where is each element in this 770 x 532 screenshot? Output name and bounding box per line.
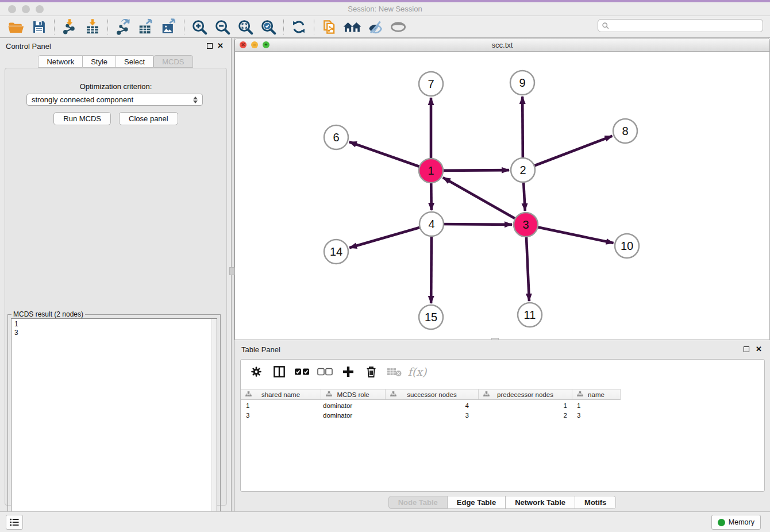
- network-window-titlebar[interactable]: ✕ − + scc.txt: [235, 38, 769, 52]
- tab-style[interactable]: Style: [83, 55, 116, 68]
- cell[interactable]: dominator: [321, 401, 386, 410]
- run-mcds-button[interactable]: Run MCDS: [53, 112, 111, 125]
- close-panel-button[interactable]: Close panel: [119, 112, 178, 125]
- float-panel-icon[interactable]: [207, 43, 213, 49]
- show-graphics-details-icon[interactable]: [388, 18, 408, 36]
- app-titlebar: Session: New Session: [0, 2, 770, 16]
- cell[interactable]: 3: [572, 411, 621, 420]
- search-box[interactable]: [598, 19, 763, 32]
- mcds-result-box: MCDS result (2 nodes) 1 3: [7, 314, 221, 532]
- close-table-panel-icon[interactable]: ✕: [756, 345, 762, 353]
- edge-2-8[interactable]: [523, 136, 613, 170]
- zoom-fit-icon[interactable]: [236, 18, 255, 36]
- mcds-result-text[interactable]: 1 3: [11, 318, 217, 529]
- svg-text:6: 6: [333, 131, 339, 144]
- hierarchy-icon: [325, 391, 333, 398]
- edge-1-6[interactable]: [349, 142, 431, 171]
- cell[interactable]: 3: [241, 411, 321, 420]
- import-network-icon[interactable]: [60, 18, 79, 36]
- list-icon: [9, 518, 20, 527]
- delete-table-icon[interactable]: [386, 363, 403, 380]
- svg-text:9: 9: [519, 76, 525, 89]
- table-row[interactable]: 3dominator323: [241, 411, 621, 420]
- import-table-icon[interactable]: [83, 18, 102, 36]
- cell[interactable]: 1: [241, 401, 321, 410]
- zoom-selected-icon[interactable]: [259, 18, 278, 36]
- float-table-panel-icon[interactable]: [744, 346, 749, 352]
- home-icon[interactable]: [342, 18, 362, 36]
- node-2[interactable]: 2: [511, 158, 535, 182]
- node-3[interactable]: 3: [514, 213, 538, 237]
- table-header-row[interactable]: shared nameMCDS rolesuccessor nodesprede…: [241, 389, 621, 400]
- tab-select[interactable]: Select: [116, 55, 153, 68]
- export-network-icon[interactable]: [113, 18, 133, 36]
- node-8[interactable]: 8: [613, 119, 637, 143]
- tab-edge-table[interactable]: Edge Table: [448, 496, 506, 509]
- add-row-icon[interactable]: [340, 363, 357, 380]
- open-session-icon[interactable]: [6, 18, 26, 36]
- cell[interactable]: 2: [479, 411, 572, 420]
- table-panel: Table Panel ✕ f(x): [234, 340, 770, 511]
- search-icon: [602, 22, 610, 30]
- column-header-name[interactable]: name: [572, 390, 621, 399]
- node-11[interactable]: 11: [518, 303, 542, 327]
- tab-network-table[interactable]: Network Table: [506, 496, 575, 509]
- svg-text:14: 14: [330, 245, 342, 258]
- hide-graphics-details-icon[interactable]: [365, 18, 385, 36]
- memory-button[interactable]: Memory: [711, 515, 761, 530]
- toolbar-separator: [184, 20, 184, 34]
- column-header-MCDS-role[interactable]: MCDS role: [321, 390, 386, 399]
- optimization-criterion-select[interactable]: strongly connected component: [26, 94, 203, 106]
- zoom-out-icon[interactable]: [213, 18, 232, 36]
- cell[interactable]: 3: [386, 411, 479, 420]
- select-all-checkboxes-icon[interactable]: [294, 363, 311, 380]
- node-1[interactable]: 1: [419, 159, 443, 183]
- tab-mcds[interactable]: MCDS: [153, 55, 192, 68]
- show-column-icon[interactable]: [271, 363, 288, 380]
- column-label: shared name: [261, 391, 300, 398]
- task-history-button[interactable]: [6, 515, 23, 530]
- node-15[interactable]: 15: [419, 305, 443, 329]
- export-image-icon[interactable]: [159, 18, 179, 36]
- memory-label: Memory: [729, 518, 754, 526]
- control-panel: Control Panel ✕ NetworkStyleSelectMCDS O…: [0, 38, 232, 511]
- network-canvas[interactable]: 7968124314101511: [235, 52, 769, 340]
- hierarchy-icon: [483, 391, 490, 398]
- export-table-icon[interactable]: [136, 18, 156, 36]
- control-panel-tabs: NetworkStyleSelectMCDS: [0, 55, 231, 68]
- node-7[interactable]: 7: [419, 72, 443, 96]
- edge-3-10[interactable]: [526, 225, 614, 243]
- save-session-icon[interactable]: [29, 18, 49, 36]
- hierarchy-icon: [576, 391, 584, 398]
- search-input[interactable]: [610, 20, 763, 31]
- clone-network-icon[interactable]: [319, 18, 339, 36]
- close-panel-icon[interactable]: ✕: [217, 41, 224, 50]
- unselect-all-checkboxes-icon[interactable]: [317, 363, 334, 380]
- tab-node-table[interactable]: Node Table: [388, 496, 448, 509]
- status-bar: Memory: [0, 511, 770, 532]
- node-10[interactable]: 10: [615, 234, 639, 258]
- cell[interactable]: 1: [479, 401, 572, 410]
- node-4[interactable]: 4: [419, 212, 444, 236]
- column-header-successor-nodes[interactable]: successor nodes: [386, 390, 479, 399]
- tab-network[interactable]: Network: [38, 55, 83, 68]
- tab-motifs[interactable]: Motifs: [575, 496, 616, 509]
- settings-gear-icon[interactable]: [248, 363, 265, 380]
- node-6[interactable]: 6: [324, 125, 348, 149]
- table-row[interactable]: 1dominator411: [241, 401, 621, 410]
- edge-4-14[interactable]: [349, 224, 432, 248]
- column-header-predecessor-nodes[interactable]: predecessor nodes: [479, 390, 572, 399]
- edge-3-1[interactable]: [443, 178, 526, 225]
- column-label: MCDS role: [337, 391, 369, 398]
- node-9[interactable]: 9: [510, 71, 534, 95]
- column-header-shared-name[interactable]: shared name: [241, 390, 321, 399]
- cell[interactable]: dominator: [321, 411, 386, 420]
- delete-row-icon[interactable]: [363, 363, 380, 380]
- network-graph[interactable]: 7968124314101511: [235, 52, 769, 340]
- apply-preferred-layout-icon[interactable]: [289, 18, 309, 36]
- cell[interactable]: 1: [572, 401, 621, 410]
- zoom-in-icon[interactable]: [190, 18, 209, 36]
- result-scrollbar[interactable]: [211, 319, 217, 529]
- cell[interactable]: 4: [386, 401, 479, 410]
- node-14[interactable]: 14: [324, 240, 348, 264]
